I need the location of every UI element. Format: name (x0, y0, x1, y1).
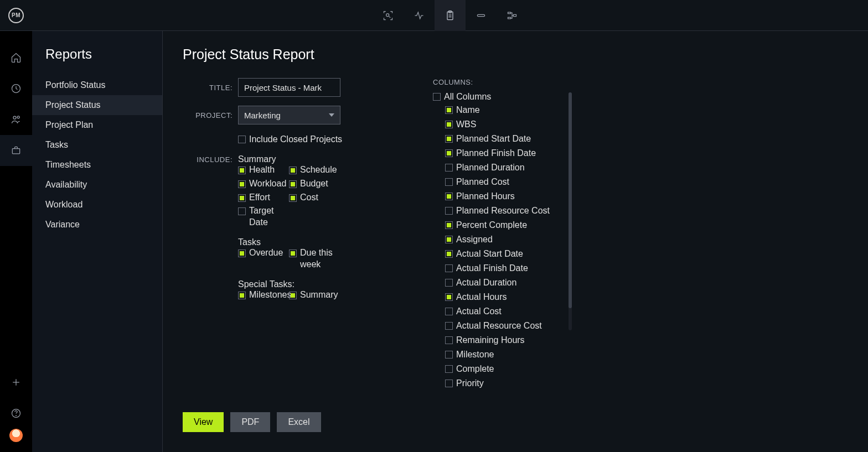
svg-point-16 (16, 415, 17, 416)
sidebar-item-tasks[interactable]: Tasks (32, 135, 162, 155)
link-icon[interactable] (466, 0, 497, 31)
svg-point-0 (386, 13, 389, 16)
include-closed-checkbox[interactable] (238, 136, 246, 143)
scrollbar-thumb[interactable] (569, 92, 572, 308)
project-select-value: Marketing (244, 111, 281, 120)
flow-icon[interactable] (497, 0, 528, 31)
all-columns-checkbox[interactable] (433, 93, 441, 101)
special-summary-label: Summary (300, 289, 338, 301)
summary-health-checkbox[interactable] (238, 167, 246, 174)
pdf-button[interactable]: PDF (230, 412, 270, 432)
column-checkbox-actual-resource-cost[interactable] (445, 322, 453, 330)
main-content: Project Status Report TITLE: PROJECT: Ma… (163, 31, 868, 452)
include-closed-label: Include Closed Projects (249, 134, 342, 144)
logo: PM (0, 0, 32, 31)
summary-effort-label: Effort (249, 192, 270, 204)
column-checkbox-planned-cost[interactable] (445, 178, 453, 186)
people-icon[interactable] (0, 104, 32, 135)
scrollbar[interactable] (569, 92, 572, 330)
column-label: Actual Finish Date (456, 263, 528, 273)
column-checkbox-planned-finish-date[interactable] (445, 149, 453, 157)
sidebar-item-workload[interactable]: Workload (32, 195, 162, 215)
project-select[interactable]: Marketing (238, 106, 340, 124)
column-checkbox-actual-duration[interactable] (445, 279, 453, 287)
nav-rail (0, 31, 32, 452)
column-label: Planned Cost (456, 177, 509, 187)
column-checkbox-name[interactable] (445, 106, 453, 114)
summary-target-date-label: Target Date (249, 205, 289, 228)
summary-workload-checkbox[interactable] (238, 180, 246, 188)
column-label: Priority (456, 378, 484, 388)
column-checkbox-wbs[interactable] (445, 121, 453, 128)
column-checkbox-priority[interactable] (445, 380, 453, 387)
column-checkbox-planned-hours[interactable] (445, 193, 453, 200)
clock-icon[interactable] (0, 73, 32, 104)
column-label: Complete (456, 364, 494, 374)
sidebar-item-project-status[interactable]: Project Status (32, 95, 162, 115)
title-input[interactable] (238, 78, 340, 97)
svg-rect-12 (12, 149, 19, 154)
sidebar-item-timesheets[interactable]: Timesheets (32, 155, 162, 175)
summary-cost-checkbox[interactable] (289, 194, 297, 202)
column-checkbox-planned-duration[interactable] (445, 164, 453, 172)
column-checkbox-complete[interactable] (445, 365, 453, 373)
top-bar: PM (0, 0, 868, 31)
summary-schedule-checkbox[interactable] (289, 167, 297, 174)
tasks-overdue-checkbox[interactable] (238, 250, 246, 257)
column-label: Assigned (456, 235, 493, 245)
special-milestones-checkbox[interactable] (238, 292, 246, 299)
sidebar-item-project-plan[interactable]: Project Plan (32, 115, 162, 135)
clipboard-icon[interactable] (435, 0, 466, 31)
activity-icon[interactable] (404, 0, 435, 31)
chevron-down-icon (329, 113, 334, 117)
column-checkbox-planned-start-date[interactable] (445, 135, 453, 143)
column-label: Planned Start Date (456, 134, 531, 144)
column-checkbox-actual-start-date[interactable] (445, 250, 453, 258)
column-label: Name (456, 105, 480, 115)
column-checkbox-remaining-hours[interactable] (445, 336, 453, 344)
summary-effort-checkbox[interactable] (238, 194, 246, 202)
summary-workload-label: Workload (249, 178, 286, 190)
tasks-due-this-week-checkbox[interactable] (289, 250, 297, 257)
special-summary-checkbox[interactable] (289, 292, 297, 299)
summary-budget-checkbox[interactable] (289, 180, 297, 188)
plus-icon[interactable] (0, 367, 32, 398)
summary-health-label: Health (249, 164, 275, 176)
include-label: INCLUDE: (183, 154, 232, 164)
view-button[interactable]: View (183, 412, 224, 432)
home-icon[interactable] (0, 42, 32, 73)
svg-rect-7 (508, 17, 511, 19)
help-icon[interactable] (0, 398, 32, 429)
tasks-overdue-label: Overdue (249, 247, 283, 259)
special-milestones-label: Milestones (249, 289, 291, 301)
column-label: Actual Cost (456, 306, 502, 316)
sidebar-item-availability[interactable]: Availability (32, 175, 162, 195)
column-label: Actual Duration (456, 278, 516, 288)
column-checkbox-actual-hours[interactable] (445, 293, 453, 301)
scan-icon[interactable] (373, 0, 404, 31)
sidebar-item-portfolio-status[interactable]: Portfolio Status (32, 75, 162, 95)
summary-budget-label: Budget (300, 178, 328, 190)
column-label: Planned Hours (456, 191, 515, 201)
column-checkbox-actual-cost[interactable] (445, 308, 453, 315)
tasks-due-this-week-label: Due this week (300, 247, 340, 271)
sidebar-title: Reports (32, 46, 162, 75)
column-checkbox-planned-resource-cost[interactable] (445, 207, 453, 215)
briefcase-icon[interactable] (0, 135, 32, 166)
column-checkbox-actual-finish-date[interactable] (445, 264, 453, 272)
column-label: Actual Resource Cost (456, 321, 542, 331)
sidebar: Reports Portfolio StatusProject StatusPr… (32, 31, 163, 452)
column-checkbox-percent-complete[interactable] (445, 221, 453, 229)
column-label: Percent Complete (456, 220, 527, 230)
excel-button[interactable]: Excel (277, 412, 321, 432)
sidebar-item-variance[interactable]: Variance (32, 215, 162, 235)
column-checkbox-milestone[interactable] (445, 351, 453, 359)
project-label: PROJECT: (183, 111, 232, 120)
summary-cost-label: Cost (300, 192, 318, 204)
column-checkbox-assigned[interactable] (445, 236, 453, 243)
title-label: TITLE: (183, 84, 232, 92)
column-label: Planned Resource Cost (456, 206, 550, 216)
avatar[interactable] (9, 429, 23, 442)
column-label: Planned Duration (456, 163, 525, 173)
summary-target-date-checkbox[interactable] (238, 207, 246, 215)
